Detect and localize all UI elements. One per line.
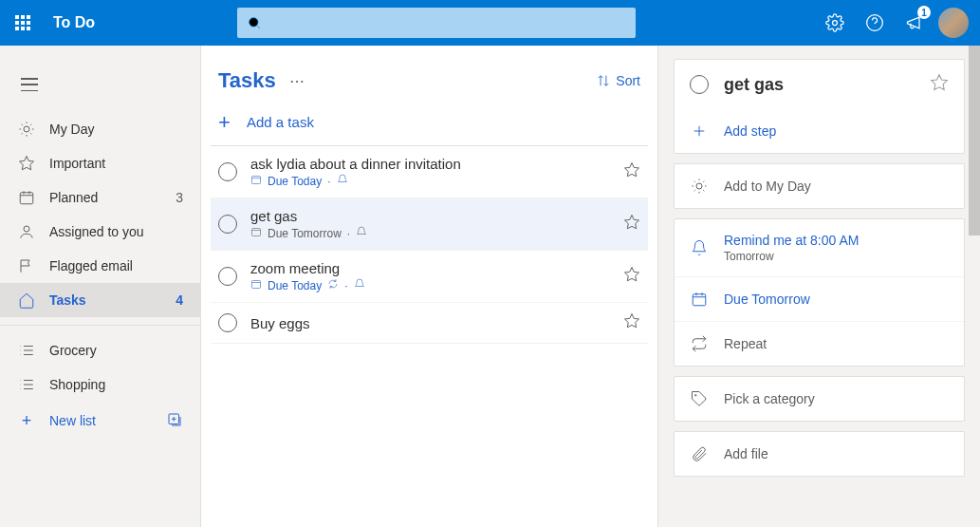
star-icon: [930, 73, 949, 92]
new-list-button[interactable]: + New list: [0, 402, 200, 440]
task-row[interactable]: zoom meeting Due Today ·: [211, 251, 648, 303]
notifications-button[interactable]: 1: [895, 0, 934, 46]
complete-checkbox[interactable]: [690, 75, 709, 94]
importance-toggle[interactable]: [930, 73, 949, 96]
importance-toggle[interactable]: [623, 214, 640, 235]
sidebar-divider: [0, 325, 200, 326]
sidebar-item-flagged-email[interactable]: Flagged email: [0, 249, 200, 283]
svg-rect-43: [252, 281, 261, 289]
svg-point-19: [24, 226, 29, 232]
svg-rect-15: [20, 193, 33, 204]
settings-button[interactable]: [815, 0, 855, 46]
notification-badge: 1: [917, 6, 931, 19]
complete-checkbox[interactable]: [218, 162, 237, 181]
star-icon: [623, 312, 640, 329]
gear-icon: [825, 13, 844, 32]
star-icon: [17, 155, 36, 172]
sidebar-item-tasks[interactable]: Tasks 4: [0, 283, 200, 317]
new-list-label: New list: [49, 413, 96, 428]
task-meta: Due Today ·: [250, 278, 623, 292]
help-button[interactable]: [855, 0, 895, 46]
meta-dot: ·: [344, 279, 347, 292]
svg-point-50: [696, 183, 702, 189]
app-header: To Do 1: [0, 0, 980, 46]
calendar-icon: [690, 291, 709, 308]
sun-icon: [17, 121, 36, 138]
nav-label: My Day: [49, 122, 94, 137]
meta-dot: ·: [347, 227, 350, 240]
repeat-icon: [690, 335, 709, 352]
task-row[interactable]: get gas Due Tomorrow ·: [211, 198, 648, 251]
svg-line-13: [30, 124, 31, 125]
complete-checkbox[interactable]: [218, 267, 237, 286]
importance-toggle[interactable]: [623, 161, 640, 182]
reminder-label: Remind me at 8:00 AM: [724, 233, 859, 248]
add-step-label: Add step: [724, 123, 776, 139]
plus-icon: [690, 122, 709, 140]
scrollbar-thumb[interactable]: [969, 46, 980, 235]
sidebar-item-planned[interactable]: Planned 3: [0, 180, 200, 215]
nav-label: Important: [49, 156, 105, 171]
svg-marker-39: [625, 163, 639, 177]
hamburger-icon: [21, 78, 38, 91]
avatar[interactable]: [938, 8, 969, 38]
list-icon: [17, 342, 36, 359]
importance-toggle[interactable]: [623, 266, 640, 287]
svg-rect-59: [693, 294, 706, 306]
sidebar-item-assigned-to-you[interactable]: Assigned to you: [0, 215, 200, 249]
importance-toggle[interactable]: [623, 312, 640, 333]
add-task-placeholder: Add a task: [247, 114, 314, 130]
task-title: zoom meeting: [250, 260, 623, 276]
complete-checkbox[interactable]: [218, 215, 237, 234]
app-title: To Do: [53, 14, 95, 31]
repeat-button[interactable]: Repeat: [675, 321, 964, 366]
sidebar-list-shopping[interactable]: Shopping: [0, 367, 200, 402]
complete-checkbox[interactable]: [218, 313, 237, 332]
reminder-button[interactable]: Remind me at 8:00 AM Tomorrow: [675, 219, 964, 276]
task-title: Buy eggs: [250, 315, 623, 331]
nav-label: Planned: [49, 190, 98, 205]
sort-button[interactable]: Sort: [597, 73, 640, 88]
bell-icon: [354, 278, 365, 292]
svg-point-63: [695, 395, 697, 397]
add-step-button[interactable]: Add step: [675, 109, 964, 153]
nav-label: Grocery: [49, 343, 97, 358]
nav-label: Tasks: [49, 292, 86, 308]
sidebar-toggle[interactable]: [0, 74, 200, 112]
star-icon: [623, 266, 640, 283]
waffle-icon: [15, 15, 30, 30]
svg-line-8: [22, 124, 23, 125]
category-button[interactable]: Pick a category: [675, 377, 964, 421]
reminder-subtext: Tomorrow: [724, 250, 859, 263]
scrollbar[interactable]: [969, 46, 980, 527]
detail-task-title[interactable]: get gas: [724, 75, 930, 95]
search-input[interactable]: [237, 8, 636, 38]
svg-line-54: [703, 190, 704, 191]
home-icon: [17, 292, 36, 309]
app-launcher[interactable]: [0, 0, 46, 46]
sidebar-item-important[interactable]: Important: [0, 146, 200, 180]
nav-count: 3: [176, 190, 183, 205]
due-date-button[interactable]: Due Tomorrow: [675, 276, 964, 321]
task-meta: Due Today ·: [250, 174, 623, 188]
task-title: get gas: [250, 208, 623, 224]
calendar-icon: [17, 189, 36, 206]
list-options-button[interactable]: ⋯: [289, 72, 306, 90]
svg-rect-37: [252, 177, 261, 184]
svg-point-5: [24, 126, 29, 132]
add-file-button[interactable]: Add file: [675, 432, 964, 476]
add-task-input[interactable]: + Add a task: [211, 99, 648, 146]
flag-icon: [17, 257, 36, 274]
task-row[interactable]: ask lydia about a dinner invitation Due …: [211, 146, 648, 198]
sun-icon: [690, 178, 709, 195]
due-date-label: Due Tomorrow: [724, 292, 810, 307]
list-title: Tasks: [218, 68, 276, 93]
task-due: Due Today: [268, 279, 322, 292]
new-group-button[interactable]: [166, 411, 183, 431]
nav-label: Assigned to you: [49, 224, 144, 239]
add-to-my-day-button[interactable]: Add to My Day: [675, 164, 964, 208]
sidebar-list-grocery[interactable]: Grocery: [0, 333, 200, 367]
task-row[interactable]: Buy eggs: [211, 303, 648, 344]
tag-icon: [690, 390, 709, 407]
sidebar-item-my-day[interactable]: My Day: [0, 112, 200, 146]
